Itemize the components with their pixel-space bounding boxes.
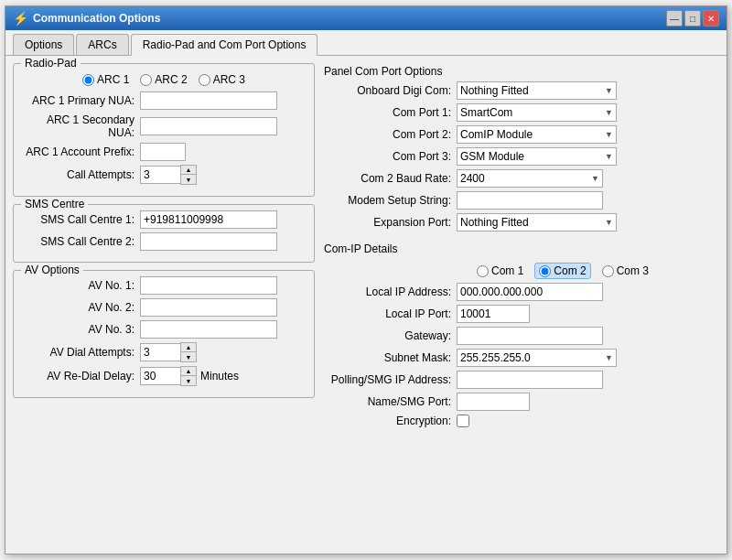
- avredial-label: AV Re-Dial Delay:: [21, 370, 140, 382]
- arc1prefix-input[interactable]: [140, 143, 186, 161]
- panel-com-section: Panel Com Port Options Onboard Digi Com:…: [324, 63, 719, 235]
- close-button[interactable]: ✕: [703, 10, 719, 27]
- com3-radio-label[interactable]: Com 3: [602, 263, 649, 279]
- av1-label: AV No. 1:: [21, 279, 140, 292]
- tab-radio-pad[interactable]: Radio-Pad and Com Port Options: [131, 34, 318, 56]
- av3-label: AV No. 3:: [21, 323, 140, 336]
- encryption-row: Encryption:: [324, 415, 719, 427]
- comport1-dropdown[interactable]: SmartCom ▼: [457, 103, 617, 122]
- smgport-input[interactable]: [457, 393, 530, 411]
- callattempts-up[interactable]: ▲: [181, 166, 196, 175]
- minutes-label: Minutes: [200, 370, 239, 382]
- comport2-value: ComIP Module: [460, 128, 533, 141]
- avredial-spinbtns: ▲ ▼: [180, 366, 197, 386]
- window-title: Communication Options: [33, 12, 160, 25]
- localip-label: Local IP Address:: [324, 285, 457, 298]
- callattempts-label: Call Attempts:: [21, 168, 140, 181]
- com2-radio-label[interactable]: Com 2: [534, 263, 590, 279]
- pollingip-input[interactable]: [457, 371, 603, 389]
- avdial-spin: ▲ ▼: [140, 342, 197, 362]
- comport2-dropdown[interactable]: ComIP Module ▼: [457, 125, 617, 144]
- arc1primary-row: ARC 1 Primary NUA:: [21, 92, 307, 110]
- arc3-radio-label[interactable]: ARC 3: [199, 73, 245, 86]
- subnet-value: 255.255.255.0: [460, 351, 531, 364]
- av-group: AV Options AV No. 1: AV No. 2: AV No. 3:…: [13, 270, 315, 398]
- expansionport-dropdown[interactable]: Nothing Fitted ▼: [457, 213, 617, 232]
- onboarddigi-row: Onboard Digi Com: Nothing Fitted ▼: [324, 81, 719, 100]
- localport-label: Local IP Port:: [324, 307, 457, 320]
- expansionport-label: Expansion Port:: [324, 216, 457, 229]
- smgport-row: Name/SMG Port:: [324, 393, 719, 411]
- left-panel: Radio-Pad ARC 1 ARC 2 ARC 3: [13, 63, 315, 546]
- avdial-label: AV Dial Attempts:: [21, 346, 140, 359]
- gateway-input[interactable]: [457, 327, 603, 345]
- onboarddigi-dropdown[interactable]: Nothing Fitted ▼: [457, 81, 617, 100]
- avdial-up[interactable]: ▲: [181, 343, 196, 352]
- subnet-dropdown[interactable]: 255.255.255.0 ▼: [457, 349, 617, 367]
- com1-radio-text: Com 1: [491, 264, 523, 277]
- callattempts-down[interactable]: ▼: [181, 175, 196, 184]
- expansionport-value: Nothing Fitted: [460, 216, 529, 229]
- onboarddigi-label: Onboard Digi Com:: [324, 84, 457, 97]
- com2baud-label: Com 2 Baud Rate:: [324, 172, 457, 185]
- arc1secondary-input[interactable]: [140, 117, 277, 135]
- localip-input[interactable]: [457, 283, 603, 301]
- pollingip-label: Polling/SMG IP Address:: [324, 373, 457, 386]
- arc1prefix-label: ARC 1 Account Prefix:: [21, 145, 140, 158]
- radio-pad-label: Radio-Pad: [21, 57, 81, 70]
- tab-options[interactable]: Options: [13, 34, 74, 55]
- dropdown-arrow-6: ▼: [605, 353, 613, 362]
- app-icon: ⚡: [13, 11, 27, 26]
- localport-input[interactable]: [457, 305, 530, 323]
- avdial-down[interactable]: ▼: [181, 352, 196, 361]
- av2-input[interactable]: [140, 298, 277, 317]
- av1-input[interactable]: [140, 276, 277, 295]
- smsc1-label: SMS Call Centre 1:: [21, 213, 140, 226]
- avredial-up[interactable]: ▲: [181, 367, 196, 376]
- modemsetup-input[interactable]: [457, 191, 603, 210]
- comport3-value: GSM Module: [460, 150, 524, 163]
- avdial-row: AV Dial Attempts: ▲ ▼: [21, 342, 307, 362]
- com2-radio[interactable]: [539, 265, 551, 277]
- localport-row: Local IP Port:: [324, 305, 719, 323]
- pollingip-row: Polling/SMG IP Address:: [324, 371, 719, 389]
- com2baud-dropdown[interactable]: 2400 ▼: [457, 169, 603, 188]
- sms-group: SMS Centre SMS Call Centre 1: SMS Call C…: [13, 204, 315, 263]
- arc1-radio-label[interactable]: ARC 1: [82, 73, 129, 86]
- arc3-radio[interactable]: [199, 74, 210, 86]
- com1-radio[interactable]: [477, 265, 489, 277]
- dropdown-arrow-2: ▼: [605, 130, 613, 139]
- comport3-dropdown[interactable]: GSM Module ▼: [457, 147, 617, 166]
- avdial-input[interactable]: [140, 343, 180, 361]
- arc1secondary-row: ARC 1 Secondary NUA:: [21, 113, 307, 139]
- arc2-radio-label[interactable]: ARC 2: [140, 73, 187, 86]
- com1-radio-label[interactable]: Com 1: [477, 263, 523, 279]
- arc1primary-input[interactable]: [140, 92, 277, 110]
- arc2-radio[interactable]: [140, 74, 152, 86]
- com3-radio[interactable]: [602, 265, 614, 277]
- callattempts-input[interactable]: [140, 166, 180, 184]
- av2-label: AV No. 2:: [21, 301, 140, 314]
- encryption-checkbox[interactable]: [457, 415, 469, 427]
- avredial-input[interactable]: [140, 367, 180, 385]
- comip-title: Com-IP Details: [324, 242, 719, 255]
- tab-arcs[interactable]: ARCs: [76, 34, 128, 55]
- comport3-label: Com Port 3:: [324, 150, 457, 163]
- av3-input[interactable]: [140, 320, 277, 339]
- smsc2-input[interactable]: [140, 232, 277, 251]
- comport3-row: Com Port 3: GSM Module ▼: [324, 147, 719, 166]
- smsc2-label: SMS Call Centre 2:: [21, 235, 140, 248]
- maximize-button[interactable]: □: [684, 10, 701, 27]
- arc1-radio-text: ARC 1: [97, 73, 129, 86]
- arc1secondary-label: ARC 1 Secondary NUA:: [21, 113, 140, 139]
- arc3-radio-text: ARC 3: [213, 73, 245, 86]
- avredial-row: AV Re-Dial Delay: ▲ ▼ Minutes: [21, 366, 307, 386]
- dropdown-arrow-3: ▼: [605, 152, 613, 161]
- smgport-label: Name/SMG Port:: [324, 395, 457, 408]
- arc1-radio[interactable]: [82, 74, 94, 86]
- smsc1-input[interactable]: [140, 210, 277, 229]
- avredial-down[interactable]: ▼: [181, 376, 196, 385]
- title-buttons: — □ ✕: [666, 10, 719, 27]
- radio-pad-group: Radio-Pad ARC 1 ARC 2 ARC 3: [13, 63, 315, 197]
- minimize-button[interactable]: —: [666, 10, 683, 27]
